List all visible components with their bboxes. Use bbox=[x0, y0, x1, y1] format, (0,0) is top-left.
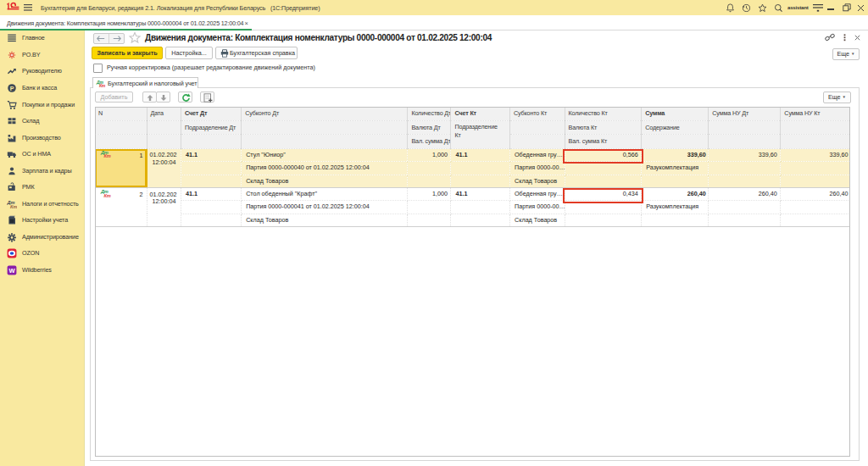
svg-text:Кт: Кт bbox=[10, 204, 17, 209]
svg-text:W: W bbox=[8, 267, 15, 275]
svg-text:P: P bbox=[10, 86, 14, 92]
